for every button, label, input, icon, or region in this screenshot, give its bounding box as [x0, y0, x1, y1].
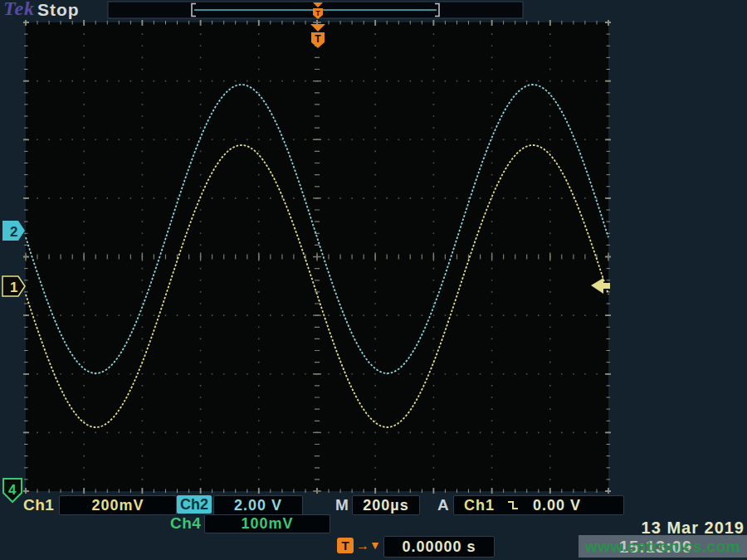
svg-text:1: 1 — [10, 280, 17, 295]
watermark: www.cntronics.com — [579, 535, 747, 558]
ch1-scale-readout: 200mV — [59, 495, 177, 515]
ch2-scale-readout: 2.00 V — [213, 495, 303, 515]
ch1-label: Ch1 — [23, 496, 54, 514]
ch4-scale-readout: 100mV — [204, 514, 330, 533]
tek-logo: Tek — [3, 0, 35, 20]
ch4-position-marker: 4 — [3, 479, 22, 502]
ch1-position-marker: 1 — [2, 276, 25, 296]
timebase-readout: 200µs — [352, 495, 420, 515]
trigger-time-readout: 0.00000 s — [383, 536, 495, 558]
ch2-position-marker: 2 — [2, 221, 25, 241]
watermark-text: www.cntronics.com — [585, 538, 740, 556]
trigger-source: Ch1 — [464, 497, 495, 514]
record-view-bar: T — [108, 2, 523, 19]
trigger-system-label: A — [437, 496, 449, 514]
ch2-label-selected: Ch2 — [177, 495, 212, 514]
svg-text:4: 4 — [8, 482, 17, 498]
falling-edge-icon — [506, 499, 520, 512]
trigger-t-icon: T — [337, 538, 354, 553]
arrow-down-icon: ▼ — [369, 538, 381, 552]
oscilloscope-screen: T T 2 1 4 Tek Stop Ch1 200mV Ch2 2.00 V … — [0, 0, 747, 560]
timebase-label: M — [335, 496, 349, 514]
svg-text:T: T — [315, 33, 321, 45]
arrow-right-icon: → — [356, 538, 369, 553]
trigger-level: 0.00 V — [533, 497, 581, 514]
trigger-readout: Ch1 0.00 V — [453, 495, 624, 515]
ch4-label: Ch4 — [170, 514, 201, 533]
acquisition-status: Stop — [37, 0, 80, 20]
svg-text:2: 2 — [10, 224, 17, 240]
scope-display: T T 2 1 4 — [0, 0, 747, 560]
svg-text:T: T — [315, 9, 320, 17]
